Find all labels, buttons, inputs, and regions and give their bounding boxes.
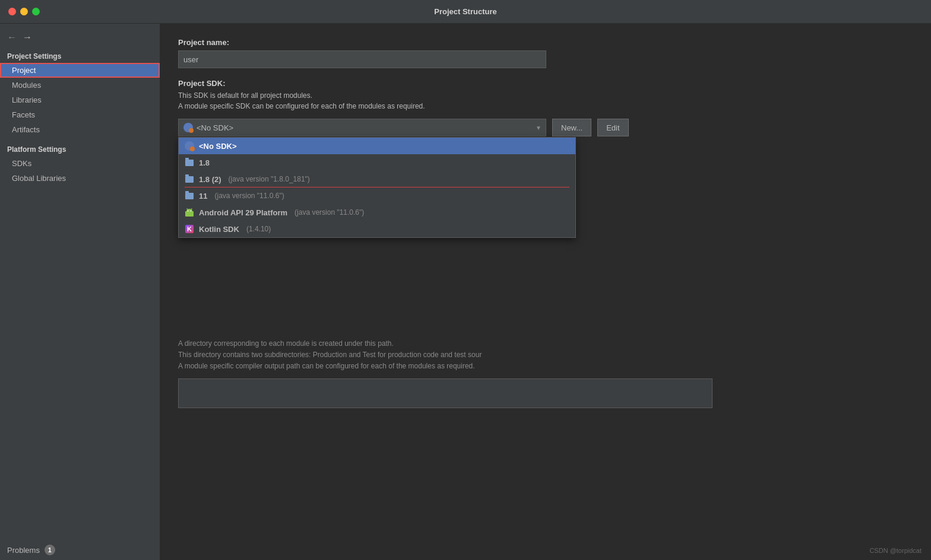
- no-sdk-icon: [185, 141, 194, 151]
- sidebar: ← → Project Settings Project Modules Lib…: [0, 24, 160, 560]
- sdk-1-8-2-label: 1.8 (2): [199, 175, 221, 184]
- android-icon: [185, 208, 194, 217]
- dropdown-item-1-8[interactable]: 1.8: [179, 154, 575, 171]
- svg-point-3: [191, 211, 192, 212]
- platform-settings-label: Platform Settings: [0, 142, 160, 156]
- dropdown-item-android[interactable]: Android API 29 Platform (java version "1…: [179, 204, 575, 221]
- new-button[interactable]: New...: [552, 119, 591, 136]
- project-sdk-label: Project SDK:: [178, 79, 913, 88]
- android-label: Android API 29 Platform: [199, 208, 287, 217]
- project-name-label: Project name:: [178, 38, 913, 47]
- forward-arrow[interactable]: →: [23, 32, 32, 43]
- sdk-selected-label: <No SDK>: [197, 123, 233, 132]
- main-layout: ← → Project Settings Project Modules Lib…: [0, 24, 931, 560]
- window-controls: [8, 8, 40, 15]
- content-area: Project name: Project SDK: This SDK is d…: [160, 24, 931, 560]
- sidebar-item-facets[interactable]: Facets: [0, 107, 160, 122]
- sdk-1-8-2-secondary: (java version "1.8.0_181"): [229, 175, 310, 183]
- sidebar-divider: [0, 137, 160, 142]
- dropdown-item-kotlin[interactable]: K Kotlin SDK (1.4.10): [179, 221, 575, 237]
- kotlin-label: Kotlin SDK: [199, 225, 239, 234]
- sdk-11-icon: [185, 191, 194, 201]
- maximize-button[interactable]: [32, 8, 40, 15]
- compiler-description: A directory corresponding to each module…: [178, 338, 913, 373]
- sidebar-item-global-libraries[interactable]: Global Libraries: [0, 171, 160, 186]
- edit-button[interactable]: Edit: [597, 119, 628, 136]
- sidebar-item-sdks[interactable]: SDKs: [0, 156, 160, 171]
- close-button[interactable]: [8, 8, 16, 15]
- back-arrow[interactable]: ←: [7, 32, 17, 43]
- android-secondary: (java version "11.0.6"): [294, 208, 364, 217]
- problems-label: Problems: [7, 546, 40, 555]
- sdk-desc-1: This SDK is default for all project modu…: [178, 90, 913, 112]
- problems-section[interactable]: Problems 1: [0, 540, 160, 560]
- sdk-dropdown-container: <No SDK> ▼ <No SDK>: [178, 119, 546, 136]
- sidebar-item-project[interactable]: Project: [0, 63, 160, 78]
- sdk-1-8-icon: [185, 158, 194, 167]
- sidebar-item-artifacts[interactable]: Artifacts: [0, 122, 160, 137]
- window-title: Project Structure: [434, 7, 496, 16]
- nav-arrows: ← →: [0, 28, 160, 49]
- sdk-row: <No SDK> ▼ <No SDK>: [178, 119, 913, 136]
- project-name-input[interactable]: [178, 50, 546, 68]
- sdk-1-8-2-icon: [185, 174, 194, 184]
- dropdown-item-no-sdk[interactable]: <No SDK>: [179, 138, 575, 154]
- kotlin-icon: K: [185, 224, 194, 234]
- sdk-dropdown-list: <No SDK> 1.8 1.8 (2): [178, 137, 576, 238]
- sdk-11-label: 11: [199, 192, 207, 201]
- sidebar-item-libraries[interactable]: Libraries: [0, 93, 160, 107]
- dropdown-arrow-icon: ▼: [536, 125, 542, 131]
- project-settings-label: Project Settings: [0, 49, 160, 63]
- dropdown-item-1-8-2[interactable]: 1.8 (2) (java version "1.8.0_181"): [179, 171, 575, 187]
- dropdown-item-11[interactable]: 11 (java version "11.0.6"): [179, 187, 575, 204]
- minimize-button[interactable]: [20, 8, 28, 15]
- sdk-1-8-label: 1.8: [199, 158, 210, 167]
- svg-point-2: [188, 211, 189, 212]
- title-bar: Project Structure: [0, 0, 931, 24]
- sidebar-item-modules[interactable]: Modules: [0, 78, 160, 93]
- sdk-dropdown-icon: [183, 123, 193, 132]
- no-sdk-label: <No SDK>: [199, 142, 237, 151]
- kotlin-secondary: (1.4.10): [246, 225, 271, 233]
- problems-badge: 1: [45, 545, 55, 555]
- watermark: CSDN @torpidcat: [869, 547, 922, 554]
- sdk-11-secondary: (java version "11.0.6"): [214, 192, 284, 200]
- output-path-box[interactable]: [178, 378, 712, 408]
- sdk-dropdown[interactable]: <No SDK> ▼: [178, 119, 546, 136]
